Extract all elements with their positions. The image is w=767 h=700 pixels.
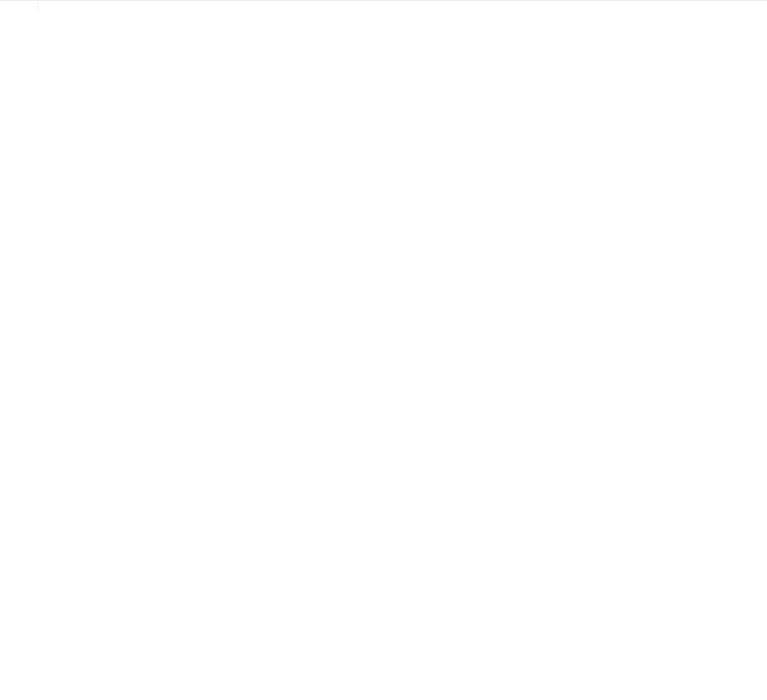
code-wrap	[38, 1, 55, 12]
code-block	[0, 0, 767, 12]
line-number-gutter	[0, 1, 38, 12]
code-area[interactable]	[38, 1, 55, 12]
